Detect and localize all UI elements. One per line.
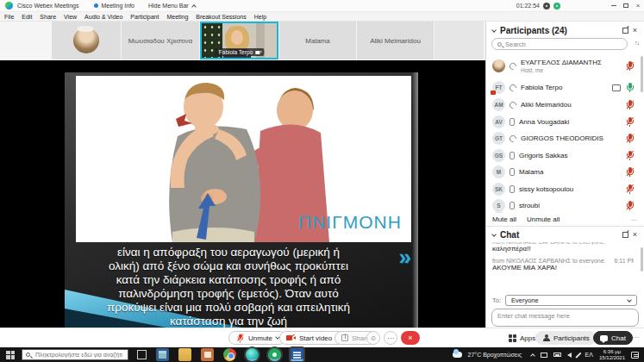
mic-muted-icon[interactable]: [625, 167, 635, 178]
start-button[interactable]: [6, 351, 15, 359]
task-view-icon[interactable]: [137, 350, 147, 359]
maximize-button[interactable]: [620, 1, 632, 11]
participant-row[interactable]: GT GIORGOS THEODORIDIS: [492, 130, 635, 147]
speaker-icon[interactable]: [567, 353, 572, 358]
tray-expand-icon[interactable]: [530, 353, 535, 359]
participant-row[interactable]: SK sissy kotsopoulou: [492, 181, 635, 197]
menu-share[interactable]: Share: [40, 14, 56, 20]
participants-scrollbar[interactable]: [641, 56, 643, 92]
menu-audio-video[interactable]: Audio & Video: [84, 14, 122, 20]
close-button[interactable]: ×: [632, 1, 644, 11]
menu-breakout-sessions[interactable]: Breakout Sessions: [196, 14, 246, 20]
mic-muted-icon[interactable]: [625, 116, 635, 127]
pen-icon[interactable]: [576, 352, 582, 358]
participant-search-input[interactable]: Search: [491, 38, 628, 50]
shared-content-stage: ΠΝΙΓΜΟΝΗ είναι η απόφραξη του αεραγωγού …: [0, 60, 485, 328]
participant-row[interactable]: FT Fabiola Terpo: [492, 79, 635, 96]
meeting-control-bar: Unmute Start video Share ☺ ⋯ × Apps Part…: [0, 328, 644, 347]
collapse-chevron-icon[interactable]: [491, 232, 497, 237]
chat-message-input[interactable]: [491, 309, 639, 327]
taskbar-search[interactable]: [22, 349, 128, 360]
clock[interactable]: 6:36 μμ 15/12/2021: [599, 349, 625, 361]
language-indicator[interactable]: ΕΛ: [585, 352, 593, 358]
video-filmstrip: Μωυσιαδου Χριστινα Fabiola Terpo Malama …: [0, 22, 485, 60]
menu-edit[interactable]: Edit: [22, 14, 32, 20]
file-explorer-icon[interactable]: [178, 348, 191, 361]
windows-taskbar: 27°C Βροχοπτώσεις ΕΛ 6:36 μμ 15/12/2021: [0, 347, 644, 362]
mic-on-icon[interactable]: [625, 83, 635, 93]
taskbar-search-input[interactable]: [34, 351, 124, 359]
unmute-button[interactable]: Unmute: [228, 331, 286, 345]
participant-row[interactable]: AV Anna Vougadaki: [492, 114, 635, 130]
participant-name: stroubi: [519, 202, 621, 209]
recipient-select[interactable]: Everyone: [505, 295, 637, 306]
sort-icon[interactable]: ↑↓: [635, 40, 639, 46]
webex-taskbar-icon[interactable]: [246, 348, 259, 361]
weather-text[interactable]: 27°C Βροχοπτώσεις: [468, 352, 522, 358]
participant-row[interactable]: M Malama: [492, 164, 635, 180]
participants-toggle-button[interactable]: Participants: [535, 331, 597, 345]
participant-name: Aliki Meimaridou: [521, 101, 621, 109]
mic-muted-icon[interactable]: [625, 100, 635, 110]
popout-icon[interactable]: [622, 232, 628, 238]
hide-menu-bar-label[interactable]: Hide Menu Bar: [148, 3, 189, 9]
menu-participant[interactable]: Participant: [130, 14, 159, 20]
mic-muted-icon[interactable]: [625, 150, 635, 160]
participants-icon: [542, 334, 550, 342]
participant-row[interactable]: ΕΥΑΓΓΕΛΟΣ ΔΙΑΜΑΝΤΗΣ Host, me: [492, 56, 635, 76]
calculator-app-icon[interactable]: [156, 348, 169, 361]
mic-muted-icon[interactable]: [625, 184, 635, 194]
battery-icon[interactable]: [553, 353, 561, 357]
close-panel-icon[interactable]: ×: [633, 26, 637, 34]
video-tile-evangelos[interactable]: [52, 22, 121, 59]
participant-subtitle: Host, me: [521, 67, 543, 73]
more-options-button[interactable]: ⋯: [384, 331, 397, 345]
chat-scrollbar[interactable]: [641, 247, 643, 272]
network-icon[interactable]: [541, 353, 547, 358]
collapse-chevron-icon[interactable]: [491, 28, 497, 33]
leave-meeting-button[interactable]: ×: [401, 331, 420, 345]
chat-toggle-button[interactable]: Chat: [593, 331, 633, 345]
word-app-icon[interactable]: [291, 348, 303, 361]
menu-meeting[interactable]: Meeting: [166, 14, 188, 20]
menu-file[interactable]: File: [4, 14, 14, 20]
participant-row[interactable]: GS Grigoris Sakkas: [492, 147, 635, 164]
meeting-info-label[interactable]: Meeting Info: [101, 3, 134, 9]
slide-title: ΠΝΙΓΜΟΝΗ: [298, 212, 402, 233]
minimize-button[interactable]: [608, 1, 620, 11]
camera-off-icon: [286, 334, 296, 341]
mute-all-button[interactable]: Mute all: [492, 215, 516, 223]
mic-muted-icon[interactable]: [625, 134, 635, 144]
close-panel-icon[interactable]: ×: [633, 230, 637, 239]
video-tile-malama[interactable]: Malama: [279, 22, 356, 59]
control-bar-more[interactable]: ⋯: [632, 334, 639, 341]
video-tile-aliki[interactable]: Aliki Meimaridou: [357, 22, 434, 59]
video-tile-fabiola-active[interactable]: Fabiola Terpo: [200, 22, 278, 59]
mic-muted-icon[interactable]: [625, 61, 635, 72]
slide-line: προκύψει είναι μια πολύ σοβαρή και απειλ…: [68, 301, 389, 315]
menu-view[interactable]: View: [64, 14, 77, 20]
apps-button[interactable]: Apps: [505, 331, 539, 345]
chat-message-body: ΑΚΟΥΜΕ ΜΙΑ ΧΑΡΑ!: [492, 264, 634, 272]
chevron-up-icon[interactable]: [191, 4, 197, 9]
avatar: FT: [492, 81, 505, 94]
popout-icon[interactable]: [622, 28, 628, 34]
video-tile-moysiadou[interactable]: Μωυσιαδου Χριστινα: [122, 22, 199, 59]
participants-list: ΕΥΑΓΓΕΛΟΣ ΔΙΑΜΑΝΤΗΣ Host, me FT Fabiola …: [486, 54, 644, 213]
photos-app-icon[interactable]: [201, 348, 214, 361]
app-title: Cisco Webex Meetings: [17, 3, 78, 9]
video-tile-empty: [435, 22, 484, 59]
participant-name: Anna Vougadaki: [519, 118, 621, 126]
chrome-icon[interactable]: [223, 348, 236, 361]
participant-name: GIORGOS THEODORIDIS: [521, 134, 621, 142]
side-panel: Participants (24) × Search ↑↓ ΕΥΑΓΓΕΛΟΣ …: [485, 22, 644, 328]
menu-help[interactable]: Help: [254, 14, 266, 20]
notification-center-icon[interactable]: [631, 352, 639, 359]
reactions-button[interactable]: ☺: [366, 331, 380, 345]
mute-controls: Mute all Unmute all —: [492, 213, 637, 226]
participant-row[interactable]: AM Aliki Meimaridou: [492, 97, 635, 113]
green-app-icon[interactable]: [268, 348, 281, 361]
camera-icon: [255, 51, 259, 54]
unmute-all-button[interactable]: Unmute all: [527, 215, 560, 223]
slide-line: παλινδρόμηση τροφής (εμετός). Όταν αυτό: [68, 287, 389, 301]
